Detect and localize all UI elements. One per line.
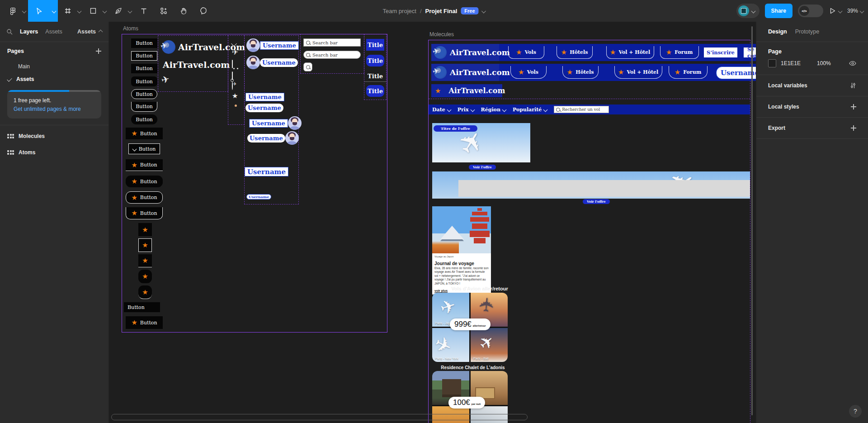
nav-item-hotels[interactable]: ★Hôtels <box>562 66 599 79</box>
move-tool-button[interactable] <box>28 0 50 22</box>
breadcrumb-file-name[interactable]: Projet Final <box>425 8 458 14</box>
asset-group-atoms[interactable]: Atoms <box>0 144 108 161</box>
navbar-username-chip[interactable]: Username <box>716 67 756 79</box>
atom-icon-button-star-underline[interactable]: ★ <box>138 254 152 267</box>
logo-subframe[interactable]: AirTravel.com AirTravel.com <box>158 35 228 92</box>
banner-cta-button[interactable]: Voir l'offre <box>583 199 610 204</box>
atom-searchbar-rounded[interactable]: Search bar <box>303 51 361 59</box>
tab-design[interactable]: Design <box>768 29 787 35</box>
visibility-eye-icon[interactable] <box>849 61 856 66</box>
local-styles-row[interactable]: Local styles <box>756 96 868 117</box>
local-variables-row[interactable]: Local variables <box>756 75 868 96</box>
atom-button-star-underline[interactable]: ★Button <box>126 159 163 171</box>
molecule-navbar-rounded[interactable]: AirTravel.com ★Vols ★Hôtels ★Vol + Hôtel… <box>431 64 756 81</box>
nav-item-hotels[interactable]: ★Hôtels <box>557 46 593 59</box>
molecule-banner[interactable]: ✈ Voir l'offre <box>432 171 750 199</box>
airplane-icon[interactable]: ✈ <box>232 48 238 57</box>
page-color-hex[interactable]: 1E1E1E <box>781 60 801 67</box>
nav-item-vol-hotel[interactable]: ★Vol + Hôtel <box>606 46 654 59</box>
atom-searchbar-rect[interactable]: Search bar <box>303 38 361 47</box>
move-tool-chevron[interactable] <box>50 0 58 22</box>
tab-assets[interactable]: Assets <box>45 29 62 35</box>
signup-button[interactable]: S'inscrire <box>704 48 737 57</box>
atom-user-chip-rounded[interactable]: Username <box>246 56 298 69</box>
page-color-opacity[interactable]: 100% <box>817 60 831 67</box>
globe-travel-icon[interactable] <box>232 82 233 90</box>
atom-button-default[interactable]: Button <box>131 64 157 73</box>
help-button[interactable]: ? <box>849 405 862 418</box>
frame-tool-chevron[interactable] <box>75 0 83 22</box>
chat-people-icon[interactable] <box>232 72 233 80</box>
atom-button-rounded[interactable]: Button <box>131 76 157 86</box>
bus-icon[interactable] <box>232 60 233 68</box>
export-row[interactable]: Export <box>756 118 868 138</box>
nav-item-vol-hotel[interactable]: ★Vol + Hôtel <box>614 66 662 79</box>
atom-icon-button-star-outlined[interactable]: ★ <box>138 238 152 252</box>
account-menu[interactable] <box>736 4 760 18</box>
atom-button-star[interactable]: ★Button <box>126 128 163 139</box>
atom-button-rounded-outlined[interactable]: Button <box>131 89 157 99</box>
molecules-frame[interactable]: AirTravel.com ★Vols ★Hôtels ★Vol + Hôtel… <box>428 40 750 423</box>
shape-tool-chevron[interactable] <box>100 0 108 22</box>
filter-date[interactable]: Date <box>432 107 451 113</box>
icons-subframe[interactable]: ✈ ★ <box>228 35 245 125</box>
atoms-frame[interactable]: Button Button Button Button Button Butto… <box>122 34 387 333</box>
atom-user-chip-right[interactable]: Username <box>249 116 302 130</box>
molecules-frame-label[interactable]: Molecules <box>429 31 454 38</box>
signin-button[interactable]: Se connecter <box>744 48 756 57</box>
chevron-down-icon[interactable] <box>232 39 236 48</box>
atom-username-tiny[interactable]: Username <box>246 194 271 200</box>
molecule-navbar-square[interactable]: AirTravel.com ★Vols ★Hôtels ★Vol + Hôtel… <box>431 44 756 61</box>
pen-tool-chevron[interactable] <box>126 0 134 22</box>
tab-prototype[interactable]: Prototype <box>795 29 820 35</box>
canvas[interactable]: Atoms Button Button Button Button Button… <box>108 22 756 423</box>
add-page-button[interactable] <box>96 48 101 54</box>
molecule-journal-card[interactable]: Voyage au Japon Journal de voyage Elva, … <box>432 206 491 295</box>
filter-popularite[interactable]: Popularité <box>513 107 547 113</box>
atom-button-underline[interactable]: Button <box>131 102 157 112</box>
atom-title-rect[interactable]: Title <box>366 39 384 51</box>
breadcrumb-team[interactable]: Team project <box>382 8 416 14</box>
atom-username-wide[interactable]: Username <box>245 167 288 176</box>
atom-title-plain[interactable]: Title <box>366 70 384 82</box>
atom-button-dropdown[interactable]: Button <box>128 143 160 154</box>
file-menu-chevron[interactable] <box>481 9 486 13</box>
page-color-swatch[interactable] <box>768 59 776 67</box>
atom-icon-button-star[interactable]: ★ <box>138 223 152 236</box>
zoom-control[interactable]: 39% <box>847 8 863 14</box>
atom-icon-button-star-rounded-underline[interactable]: ★ <box>138 285 152 299</box>
atom-button-left-aligned[interactable]: Button <box>124 302 160 312</box>
nav-item-vols[interactable]: ★Vols <box>510 66 547 79</box>
atom-button-rounded[interactable]: Button <box>131 114 157 124</box>
atom-title-rounded[interactable]: Title <box>366 55 384 67</box>
hand-tool-button[interactable] <box>174 0 193 22</box>
molecule-logo-box[interactable]: ★ AirTravel.com <box>431 84 502 97</box>
atom-search-icon-button[interactable] <box>303 62 312 71</box>
nav-item-vols[interactable]: ★Vols <box>508 46 544 59</box>
asset-group-molecules[interactable]: Molecules <box>0 128 108 144</box>
atom-user-chip-right-rounded[interactable]: Username <box>247 131 299 145</box>
atom-username-rounded[interactable]: Username <box>245 104 283 112</box>
nav-item-forum[interactable]: ★Forum <box>669 66 708 79</box>
atom-icon-button-star-rounded[interactable]: ★ <box>138 270 152 283</box>
search-icon[interactable] <box>6 29 13 35</box>
filter-region[interactable]: Région <box>481 107 506 113</box>
flight-search-input[interactable]: Rechercher un vol <box>554 106 609 113</box>
vertical-scrollbar[interactable] <box>751 26 753 415</box>
atom-button-star-rounded[interactable]: ★Button <box>126 176 163 187</box>
username-subframe[interactable]: Username Username Username Username User… <box>244 35 299 204</box>
add-export-button[interactable] <box>851 125 856 131</box>
atom-username-rect[interactable]: Username <box>245 93 284 101</box>
molecule-offer-card[interactable]: ✈ Titre de l'offre Voir l'offre <box>432 123 530 162</box>
nav-item-forum[interactable]: ★Forum <box>660 46 699 59</box>
atoms-frame-label[interactable]: Atoms <box>123 25 138 32</box>
star-icon[interactable]: ★ <box>232 92 238 100</box>
add-style-button[interactable] <box>851 104 856 109</box>
dev-mode-toggle[interactable]: </> <box>798 5 823 17</box>
atom-button-star-ubottom[interactable]: ★Button <box>126 207 163 219</box>
atom-logo-text[interactable]: AirTravel.com <box>163 60 230 70</box>
title-subframe[interactable]: Title Title Title Title <box>364 34 387 100</box>
chalet-price-pill[interactable]: 100€ par nuit <box>448 397 485 409</box>
text-tool-button[interactable] <box>134 0 154 22</box>
present-control[interactable] <box>829 7 842 14</box>
